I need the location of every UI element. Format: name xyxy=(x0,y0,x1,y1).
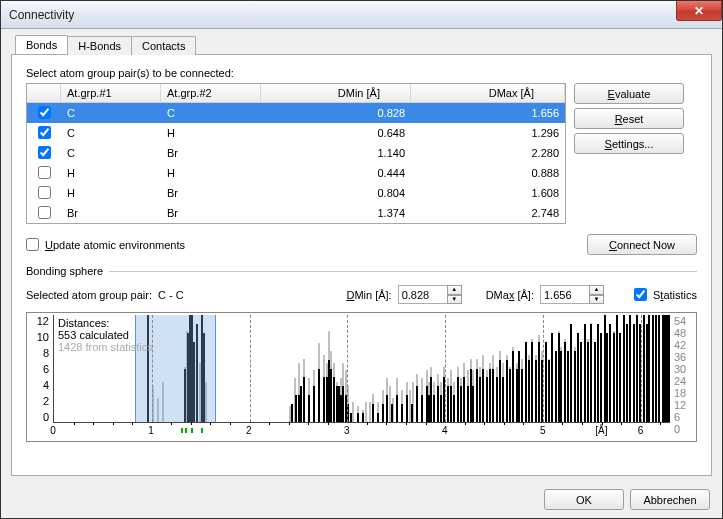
evaluate-button[interactable]: Evaluate xyxy=(574,83,684,104)
row-checkbox[interactable] xyxy=(38,146,51,159)
cell-g1: C xyxy=(61,147,161,159)
cell-dmax: 1.656 xyxy=(411,107,565,119)
connectivity-dialog: Connectivity ✕ BondsH-BondsContacts Sele… xyxy=(0,0,723,519)
plot-area[interactable]: Distances: 553 calculated 1428 from stat… xyxy=(53,315,670,423)
x-axis: 0123456[Å] xyxy=(53,425,670,439)
table-row[interactable]: C H 0.648 1.296 xyxy=(27,123,565,143)
close-icon[interactable]: ✕ xyxy=(676,1,722,21)
cell-dmax: 1.608 xyxy=(411,187,565,199)
y-axis-left: 121086420 xyxy=(29,313,51,423)
cell-dmin: 0.444 xyxy=(261,167,411,179)
cell-dmax: 0.888 xyxy=(411,167,565,179)
cell-g2: Br xyxy=(161,187,261,199)
cancel-button[interactable]: Abbrechen xyxy=(630,489,710,510)
reset-button[interactable]: Reset xyxy=(574,108,684,129)
tabstrip: BondsH-BondsContacts xyxy=(15,35,195,54)
tab-h-bonds[interactable]: H-Bonds xyxy=(67,36,132,55)
cell-dmin: 0.648 xyxy=(261,127,411,139)
dmin-up-icon[interactable]: ▲ xyxy=(447,285,462,295)
cell-g2: Br xyxy=(161,147,261,159)
col-dmin[interactable]: DMin [Å] xyxy=(261,84,411,102)
cell-dmax: 2.280 xyxy=(411,147,565,159)
row-checkbox[interactable] xyxy=(38,126,51,139)
row-checkbox[interactable] xyxy=(38,166,51,179)
row-checkbox[interactable] xyxy=(38,186,51,199)
cell-g2: H xyxy=(161,127,261,139)
divider xyxy=(109,271,697,272)
ok-button[interactable]: OK xyxy=(544,489,624,510)
bonds-panel: Select atom group pair(s) to be connecte… xyxy=(11,54,712,476)
dmin-down-icon[interactable]: ▼ xyxy=(447,295,462,305)
tab-bonds[interactable]: Bonds xyxy=(15,35,68,54)
chart-annotation: Distances: 553 calculated 1428 from stat… xyxy=(58,317,153,353)
dmax-stepper[interactable]: ▲▼ xyxy=(540,285,604,304)
table-row[interactable]: H Br 0.804 1.608 xyxy=(27,183,565,203)
cell-g1: H xyxy=(61,187,161,199)
table-row[interactable]: C Br 1.140 2.280 xyxy=(27,143,565,163)
statistics-label[interactable]: Statistics xyxy=(653,289,697,301)
table-caption: Select atom group pair(s) to be connecte… xyxy=(26,67,697,79)
row-checkbox[interactable] xyxy=(38,106,51,119)
settings-button[interactable]: Settings... xyxy=(574,133,684,154)
dmax-label: DMax [Å]: xyxy=(486,289,534,301)
window-title: Connectivity xyxy=(9,8,74,22)
cell-dmin: 1.140 xyxy=(261,147,411,159)
cell-dmin: 0.828 xyxy=(261,107,411,119)
selected-pair-value: C - C xyxy=(158,289,184,301)
table-row[interactable]: C C 0.828 1.656 xyxy=(27,103,565,123)
cell-g1: Br xyxy=(61,207,161,219)
table-row[interactable]: Br Br 1.374 2.748 xyxy=(27,203,565,223)
update-env-label[interactable]: Update atomic environments xyxy=(45,239,185,251)
dmin-label: DMin [Å]: xyxy=(346,289,391,301)
cell-dmin: 0.804 xyxy=(261,187,411,199)
cell-g2: H xyxy=(161,167,261,179)
statistics-checkbox[interactable] xyxy=(634,288,647,301)
row-checkbox[interactable] xyxy=(38,206,51,219)
cell-g1: C xyxy=(61,127,161,139)
dmax-input[interactable] xyxy=(540,285,590,304)
col-atgrp1[interactable]: At.grp.#1 xyxy=(61,84,161,102)
cell-g1: C xyxy=(61,107,161,119)
cell-dmin: 1.374 xyxy=(261,207,411,219)
update-env-checkbox[interactable] xyxy=(26,238,39,251)
cell-dmax: 1.296 xyxy=(411,127,565,139)
titlebar[interactable]: Connectivity ✕ xyxy=(1,1,722,29)
col-atgrp2[interactable]: At.grp.#2 xyxy=(161,84,261,102)
cell-g2: C xyxy=(161,107,261,119)
dmin-input[interactable] xyxy=(398,285,448,304)
connect-now-button[interactable]: Connect Now xyxy=(587,234,697,255)
cell-dmax: 2.748 xyxy=(411,207,565,219)
tab-contacts[interactable]: Contacts xyxy=(131,36,196,55)
cell-g1: H xyxy=(61,167,161,179)
table-row[interactable]: H H 0.444 0.888 xyxy=(27,163,565,183)
pairs-table: At.grp.#1 At.grp.#2 DMin [Å] DMax [Å] C … xyxy=(26,83,566,224)
section-label: Bonding sphere xyxy=(26,265,103,277)
histogram-chart[interactable]: 121086420 544842363024181260 Distances: … xyxy=(26,312,697,442)
dmax-down-icon[interactable]: ▼ xyxy=(589,295,604,305)
table-header: At.grp.#1 At.grp.#2 DMin [Å] DMax [Å] xyxy=(27,84,565,103)
y-axis-right: 544842363024181260 xyxy=(672,313,694,423)
cell-g2: Br xyxy=(161,207,261,219)
dmax-up-icon[interactable]: ▲ xyxy=(589,285,604,295)
col-dmax[interactable]: DMax [Å] xyxy=(411,84,565,102)
col-check[interactable] xyxy=(27,84,61,102)
dmin-stepper[interactable]: ▲▼ xyxy=(398,285,462,304)
selected-pair-label: Selected atom group pair: xyxy=(26,289,152,301)
